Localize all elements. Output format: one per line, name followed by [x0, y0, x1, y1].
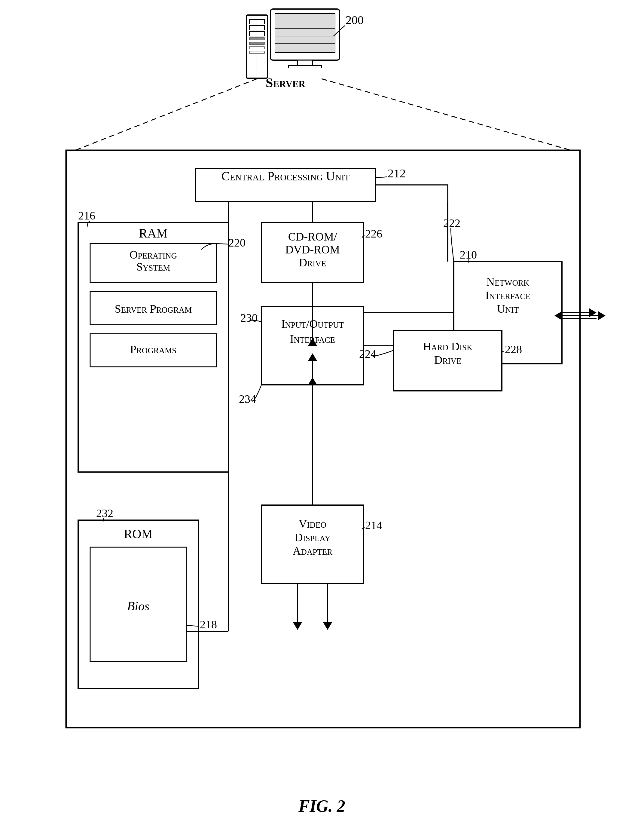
cdrom-label1: CD-ROM/ — [288, 230, 337, 243]
niu-label1: Network — [486, 275, 529, 288]
svg-rect-1 — [275, 13, 335, 53]
ref-200: 200 — [345, 13, 364, 27]
svg-rect-15 — [249, 47, 265, 49]
cdrom-label3: Drive — [299, 256, 326, 269]
ref-214: 214 — [365, 519, 382, 532]
vda-label3: Adapter — [293, 545, 332, 557]
ref-232: 232 — [96, 507, 113, 519]
svg-marker-33 — [598, 311, 605, 320]
server-program-label: Server Program — [115, 302, 192, 315]
ref-228: 228 — [505, 343, 522, 356]
niu-label2: Interface — [485, 289, 530, 302]
figure-label: FIG. 2 — [298, 797, 345, 815]
cdrom-label2: DVD-ROM — [285, 243, 340, 256]
ref-224: 224 — [359, 348, 376, 360]
ref-210: 210 — [460, 248, 477, 261]
vda-label2: Display — [294, 531, 330, 543]
ref-222: 222 — [443, 217, 460, 230]
ref-220: 220 — [228, 236, 245, 249]
server-label: Server — [266, 76, 306, 90]
bios-label: Bios — [127, 599, 150, 613]
svg-rect-7 — [289, 66, 321, 68]
svg-rect-13 — [249, 37, 265, 40]
svg-rect-38 — [261, 505, 364, 583]
ref-216: 216 — [78, 209, 95, 222]
rom-label: ROM — [124, 527, 153, 541]
svg-rect-14 — [249, 42, 265, 45]
os-label: Operating — [129, 248, 177, 261]
niu-label3: Unit — [497, 302, 519, 315]
ram-label: RAM — [139, 226, 168, 240]
svg-rect-16 — [249, 51, 265, 53]
ref-226: 226 — [365, 227, 382, 240]
hdd-label2: Drive — [434, 354, 461, 366]
programs-label: Programs — [130, 343, 177, 356]
ref-234: 234 — [239, 393, 256, 405]
ref-230: 230 — [240, 312, 258, 324]
svg-line-17 — [75, 79, 257, 150]
os-label2: System — [136, 260, 170, 273]
diagram: Server 200 Central Processing Unit 212 R… — [0, 0, 644, 834]
ref-212: 212 — [388, 166, 406, 180]
hdd-label1: Hard Disk — [423, 340, 473, 353]
svg-line-18 — [321, 79, 571, 150]
cpu-label: Central Processing Unit — [221, 169, 350, 183]
ref-218: 218 — [200, 618, 217, 631]
vda-label1: Video — [299, 517, 326, 530]
